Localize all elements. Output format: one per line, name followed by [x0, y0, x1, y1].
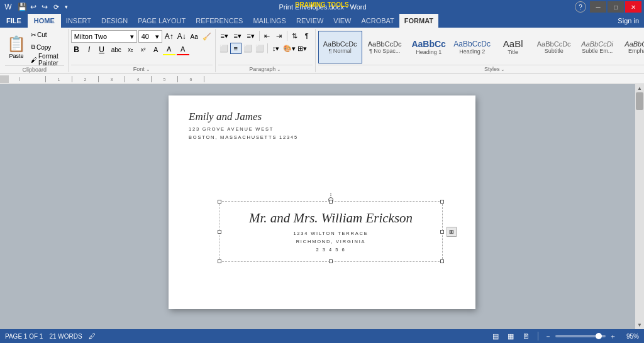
italic-button[interactable]: I [84, 44, 95, 55]
style-subtle-emphasis[interactable]: AaBbCcDi Subtle Em... [576, 31, 619, 63]
decrease-indent-button[interactable]: ⇤ [262, 30, 273, 41]
word-count: 21 WORDS [49, 333, 82, 340]
recipient-addr-line3: 2 3 4 5 6 [232, 246, 430, 254]
shading-button[interactable]: 🎨▾ [283, 43, 296, 54]
paste-button[interactable]: 📋 Paste [5, 30, 28, 64]
view-print-layout[interactable]: ▤ [490, 331, 501, 341]
align-right-button[interactable]: ⬜ [242, 43, 253, 54]
style-subtitle[interactable]: AaBbCcDc Subtitle [533, 31, 575, 63]
scrollbar-thumb[interactable] [636, 92, 643, 110]
paragraph-label: Paragraph ⌄ [218, 65, 313, 72]
paragraph-dialog-launcher[interactable]: ⌄ [277, 67, 281, 72]
help-button[interactable]: ? [575, 1, 586, 13]
view-web-layout[interactable]: 🖹 [520, 331, 531, 341]
style-heading1[interactable]: AaBbCc Heading 1 [408, 31, 450, 63]
tab-references[interactable]: REFERENCES [191, 14, 248, 28]
font-dialog-launcher[interactable]: ⌄ [146, 67, 150, 72]
view-full-reading[interactable]: ▦ [505, 331, 516, 341]
decrease-font-button[interactable]: A↓ [176, 31, 187, 42]
qat-dropdown[interactable]: ▾ [62, 1, 70, 13]
restore-button[interactable]: □ [608, 1, 624, 13]
highlight-button[interactable]: A [163, 44, 175, 55]
format-painter-button[interactable]: 🖌 Format Painter [29, 54, 64, 65]
tab-home[interactable]: HOME [28, 14, 61, 28]
justify-button[interactable]: ⬜ [254, 43, 265, 54]
zoom-level: 95% [620, 333, 639, 340]
font-name-selector[interactable]: Milton Two ▾ [71, 30, 137, 43]
underline-button[interactable]: U [96, 44, 108, 55]
style-no-spacing[interactable]: AaBbCcDc ¶ No Spac... [363, 31, 407, 63]
document-area: Emily and James 123 GROVE AVENUE WEST BO… [0, 84, 644, 329]
minimize-button[interactable]: ─ [590, 1, 606, 13]
copy-button[interactable]: ⧉ Copy [29, 41, 64, 53]
tab-acrobat[interactable]: ACROBAT [356, 14, 399, 28]
tab-format[interactable]: FORMAT [399, 14, 438, 28]
paragraph-group: ≡▾ ≡▾ ≡▾ ⇤ ⇥ ⇅ ¶ ⬜ ≡ ⬜ ⬜ ↕▾ 🎨▾ ⊞▾ [216, 29, 316, 72]
align-left-button[interactable]: ⬜ [218, 43, 230, 54]
paste-label: Paste [9, 53, 23, 59]
font-case-button[interactable]: Aa [189, 31, 200, 42]
numbering-button[interactable]: ≡▾ [231, 30, 244, 41]
text-effect-button[interactable]: A [150, 44, 162, 55]
corner-handle-bl[interactable] [218, 259, 221, 263]
cut-icon: ✂ [31, 31, 36, 38]
qat-refresh[interactable]: ⟳ [50, 1, 62, 13]
corner-handle-bm[interactable] [329, 259, 333, 263]
style-title[interactable]: AaBl Title [494, 31, 532, 63]
clear-format-button[interactable]: 🧹 [201, 31, 213, 42]
tab-page-layout[interactable]: PAGE LAYOUT [133, 14, 191, 28]
layout-options-button[interactable]: ⊞ [447, 227, 457, 237]
styles-dialog-launcher[interactable]: ⌄ [501, 67, 505, 72]
corner-handle-tl[interactable] [218, 200, 221, 204]
zoom-in-button[interactable]: ＋ [609, 332, 616, 341]
increase-font-button[interactable]: A↑ [164, 31, 175, 42]
increase-indent-button[interactable]: ⇥ [274, 30, 285, 41]
font-color-button[interactable]: A [177, 44, 189, 55]
multilevel-button[interactable]: ≡▾ [245, 30, 257, 41]
zoom-slider-thumb[interactable] [596, 333, 602, 339]
align-center-button[interactable]: ≡ [230, 43, 242, 54]
recipient-textbox[interactable]: ↕ Mr. and Mrs. William Erickson 1234 WIL… [219, 201, 443, 262]
zoom-slider[interactable] [555, 335, 606, 337]
corner-handle-mr[interactable] [440, 230, 444, 234]
tab-design[interactable]: DESIGN [96, 14, 133, 28]
style-normal[interactable]: AaBbCcDc ¶ Normal [318, 31, 362, 63]
corner-handle-ml[interactable] [218, 230, 221, 234]
font-size-selector[interactable]: 40 ▾ [138, 30, 162, 43]
corner-handle-tm[interactable] [329, 200, 333, 204]
ruler: 1 2 3 4 5 6 [0, 74, 644, 84]
qat-undo[interactable]: ↩ [28, 1, 39, 13]
qat-save[interactable]: 💾 [16, 1, 28, 13]
sign-in-button[interactable]: Sign in [618, 17, 644, 24]
bullets-button[interactable]: ≡▾ [218, 30, 231, 41]
show-formatting-button[interactable]: ¶ [301, 30, 313, 41]
tab-view[interactable]: VIEW [328, 14, 356, 28]
vertical-scrollbar[interactable]: ▲ ▼ [635, 84, 644, 329]
tab-mailings[interactable]: MAILINGS [248, 14, 291, 28]
borders-button[interactable]: ⊞▾ [296, 43, 309, 54]
corner-handle-tr[interactable] [440, 200, 444, 204]
copy-icon: ⧉ [31, 43, 35, 51]
style-emphasis[interactable]: AaBbCcDi Emphasis [619, 31, 644, 63]
bold-button[interactable]: B [71, 44, 82, 55]
status-left: PAGE 1 OF 1 21 WORDS 🖊 [5, 332, 96, 340]
corner-handle-br[interactable] [440, 259, 444, 263]
style-heading2[interactable]: AaBbCcDc Heading 2 [451, 31, 494, 63]
app-icon[interactable]: W [3, 1, 14, 13]
tab-insert[interactable]: INSERT [61, 14, 96, 28]
zoom-out-button[interactable]: － [545, 332, 552, 341]
cut-button[interactable]: ✂ Cut [29, 29, 64, 40]
tab-review[interactable]: REVIEW [291, 14, 328, 28]
close-button[interactable]: ✕ [625, 1, 641, 13]
strikethrough-button[interactable]: abc [109, 44, 124, 55]
subscript-button[interactable]: x₂ [125, 44, 136, 55]
proofing-icon[interactable]: 🖊 [89, 332, 96, 340]
format-painter-icon: 🖌 [31, 57, 37, 63]
sort-button[interactable]: ⇅ [289, 30, 301, 41]
recipient-addr-line2: RICHMOND, VIRGINIA [232, 238, 430, 246]
superscript-button[interactable]: x² [138, 44, 149, 55]
qat-redo[interactable]: ↪ [39, 1, 50, 13]
tab-file[interactable]: FILE [0, 14, 28, 28]
ribbon-tabs: FILE HOME INSERT DESIGN PAGE LAYOUT REFE… [0, 14, 644, 28]
line-spacing-button[interactable]: ↕▾ [270, 43, 282, 54]
